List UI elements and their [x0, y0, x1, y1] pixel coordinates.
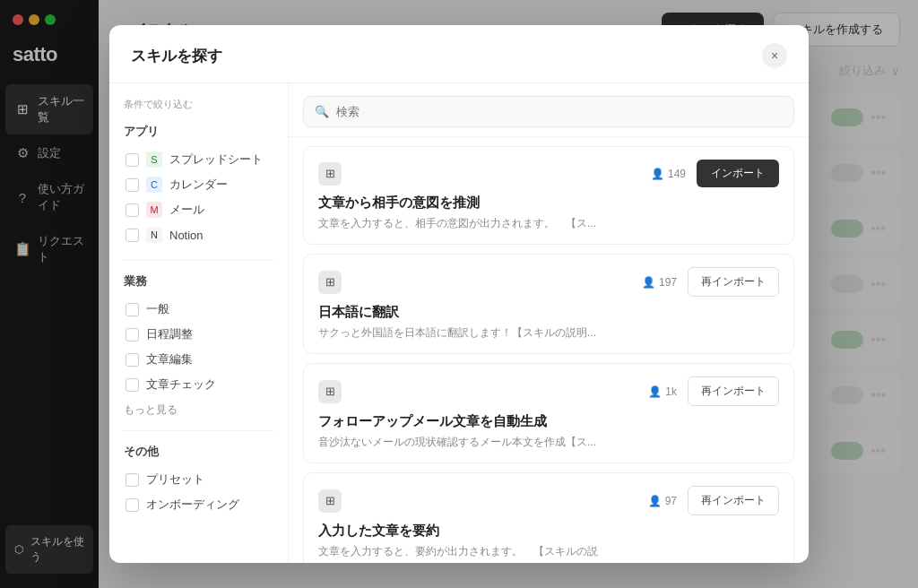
skill-users-2: 👤 197 [642, 276, 677, 289]
filter-item-notion[interactable]: N Notion [124, 222, 273, 247]
other-group-title: その他 [124, 444, 273, 460]
search-bar: 🔍 [289, 83, 809, 137]
search-icon: 🔍 [315, 105, 329, 118]
reimport-button-3[interactable]: 再インポート [688, 376, 779, 406]
filter-panel: 条件で絞り込む アプリ S スプレッドシート C カレンダー M メール [109, 83, 289, 563]
skill-card-3: ⊞ 👤 1k 再インポート フォローアップメール文章を自動生成 音沙汰ないメール… [303, 363, 794, 463]
checkbox-general[interactable] [126, 303, 139, 316]
calendar-icon: C [146, 177, 162, 193]
divider-2 [124, 430, 273, 431]
filter-label-preset: プリセット [146, 471, 204, 488]
skill-card-top-2: ⊞ 👤 197 再インポート [318, 267, 779, 297]
filter-item-proofreading[interactable]: 文章チェック [124, 372, 273, 397]
filter-item-mail[interactable]: M メール [124, 197, 273, 222]
users-icon: 👤 [651, 168, 664, 180]
skill-icon-2: ⊞ [318, 271, 342, 294]
modal-close-button[interactable]: × [762, 43, 787, 68]
users-icon: 👤 [648, 495, 662, 507]
checkbox-spreadsheet[interactable] [126, 153, 139, 167]
spreadsheet-icon: S [146, 151, 162, 168]
filter-label-writing: 文章編集 [146, 351, 193, 368]
notion-icon: N [146, 227, 162, 243]
reimport-button-4[interactable]: 再インポート [688, 486, 779, 515]
skill-icon-3: ⊞ [318, 380, 342, 403]
skill-desc-3: 音沙汰ないメールの現状確認するメール本文を作成【ス... [318, 435, 779, 450]
show-more-button[interactable]: もっと見る [124, 402, 273, 418]
skill-meta-1: 👤 149 インポート [651, 160, 779, 187]
filter-label-calendar: カレンダー [169, 177, 228, 193]
skill-meta-2: 👤 197 再インポート [642, 267, 779, 297]
skill-users-4: 👤 97 [648, 495, 677, 507]
checkbox-writing[interactable] [126, 353, 139, 367]
users-icon: 👤 [642, 276, 655, 289]
search-input[interactable] [336, 105, 783, 118]
skill-icon-4: ⊞ [318, 489, 342, 513]
skill-title-4: 入力した文章を要約 [318, 523, 779, 540]
modal-header: スキルを探す × [109, 25, 809, 83]
filter-label-onboarding: オンボーディング [146, 497, 239, 513]
filter-label-general: 一般 [146, 301, 169, 317]
search-input-wrapper: 🔍 [303, 96, 794, 127]
checkbox-preset[interactable] [126, 473, 139, 487]
skill-users-1: 👤 149 [651, 168, 686, 180]
modal-title: スキルを探す [131, 46, 222, 66]
filter-item-onboarding[interactable]: オンボーディング [124, 492, 273, 517]
skill-meta-4: 👤 97 再インポート [648, 486, 779, 515]
users-icon: 👤 [648, 385, 662, 398]
skill-users-3: 👤 1k [648, 385, 677, 398]
business-group-title: 業務 [124, 273, 273, 290]
skill-card-4: ⊞ 👤 97 再インポート 入力した文章を要約 文章を入力すると、要約が出力され… [303, 472, 794, 563]
skill-card-top-4: ⊞ 👤 97 再インポート [318, 486, 779, 515]
skill-card-2: ⊞ 👤 197 再インポート 日本語に翻訳 サクっと外国語を日本語に翻訳します！… [303, 254, 794, 354]
skill-desc-4: 文章を入力すると、要約が出力されます。 【スキルの説 [318, 544, 779, 559]
filter-section-title: 条件で絞り込む [124, 98, 273, 111]
filter-item-calendar[interactable]: C カレンダー [124, 172, 273, 197]
checkbox-mail[interactable] [126, 203, 139, 217]
filter-item-writing[interactable]: 文章編集 [124, 347, 273, 372]
skill-card-1: ⊞ 👤 149 インポート 文章から相手の意図を推測 文章を入力すると、相手の意… [303, 146, 794, 245]
checkbox-calendar[interactable] [126, 178, 139, 192]
divider [124, 260, 273, 261]
skill-meta-3: 👤 1k 再インポート [648, 376, 779, 406]
skill-icon-1: ⊞ [318, 162, 342, 186]
skill-desc-1: 文章を入力すると、相手の意図が出力されます。 【ス... [318, 216, 779, 231]
gmail-icon: M [146, 202, 162, 218]
reimport-button-2[interactable]: 再インポート [688, 267, 779, 297]
filter-item-spreadsheet[interactable]: S スプレッドシート [124, 147, 273, 172]
import-button-1[interactable]: インポート [697, 160, 779, 187]
modal-overlay[interactable]: スキルを探す × 条件で絞り込む アプリ S スプレッドシート C カレンダー [0, 0, 918, 588]
filter-item-scheduling[interactable]: 日程調整 [124, 322, 273, 347]
filter-label-notion: Notion [169, 229, 204, 242]
filter-item-preset[interactable]: プリセット [124, 467, 273, 492]
skill-title-3: フォローアップメール文章を自動生成 [318, 413, 779, 430]
filter-label-scheduling: 日程調整 [146, 326, 193, 342]
skill-title-1: 文章から相手の意図を推測 [318, 195, 779, 212]
skill-desc-2: サクっと外国語を日本語に翻訳します！【スキルの説明... [318, 325, 779, 341]
checkbox-proofreading[interactable] [126, 378, 139, 392]
filter-label-spreadsheet: スプレッドシート [169, 151, 263, 168]
filter-item-general[interactable]: 一般 [124, 297, 273, 322]
app-group-title: アプリ [124, 124, 273, 140]
skill-card-top-3: ⊞ 👤 1k 再インポート [318, 376, 779, 406]
skill-results: ⊞ 👤 149 インポート 文章から相手の意図を推測 文章を入力すると、相手の意… [289, 137, 809, 563]
results-panel: 🔍 ⊞ 👤 149 [289, 83, 809, 563]
modal-body: 条件で絞り込む アプリ S スプレッドシート C カレンダー M メール [109, 83, 809, 563]
checkbox-notion[interactable] [126, 229, 139, 242]
checkbox-scheduling[interactable] [126, 328, 139, 342]
filter-label-mail: メール [169, 202, 204, 218]
skill-title-2: 日本語に翻訳 [318, 304, 779, 321]
find-skill-modal: スキルを探す × 条件で絞り込む アプリ S スプレッドシート C カレンダー [109, 25, 809, 563]
skill-card-top: ⊞ 👤 149 インポート [318, 160, 779, 187]
checkbox-onboarding[interactable] [126, 498, 139, 512]
filter-label-proofreading: 文章チェック [146, 376, 216, 393]
